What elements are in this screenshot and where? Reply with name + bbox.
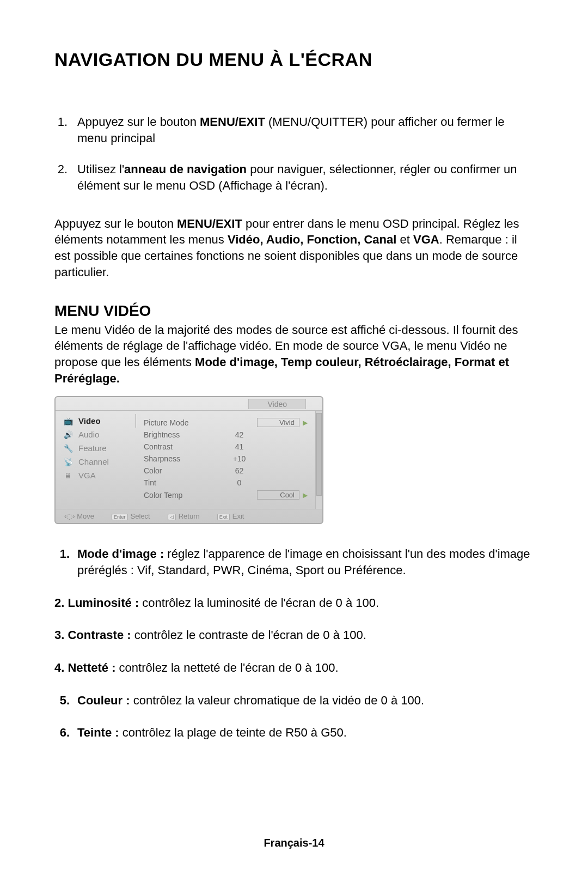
- document-page: NAVIGATION DU MENU À L'ÉCRAN 1. Appuyez …: [0, 0, 588, 882]
- osd-setting-label: Picture Mode: [144, 418, 215, 427]
- section-intro: Le menu Vidéo de la majorité des modes d…: [54, 322, 534, 387]
- osd-setting-row[interactable]: Color TempCool▶: [144, 489, 308, 501]
- definition-item: 2. Luminosité : contrôlez la luminosité …: [54, 595, 534, 611]
- osd-tab-channel[interactable]: 📡Channel: [56, 455, 136, 469]
- definition-text: Mode d'image : réglez l'apparence de l'i…: [77, 546, 534, 578]
- osd-tabs: 📺Video🔊Audio🔧Feature📡Channel🖥VGA: [56, 411, 136, 509]
- tv-icon: 📺: [63, 417, 73, 425]
- osd-tab-video[interactable]: 📺Video: [56, 414, 136, 428]
- osd-setting-value: 0: [215, 478, 264, 487]
- osd-setting-row[interactable]: Contrast41: [144, 441, 308, 453]
- definition-number: 6.: [54, 725, 70, 741]
- page-number: Français-14: [0, 837, 588, 849]
- osd-tab-label: Video: [78, 416, 101, 425]
- osd-hint-move: ‹◌› Move: [64, 512, 94, 520]
- osd-hint-return: ◁Return: [168, 512, 200, 520]
- osd-setting-value: 41: [215, 442, 264, 451]
- step-number: 2.: [54, 161, 68, 193]
- definition-item: 1.Mode d'image : réglez l'apparence de l…: [54, 546, 534, 578]
- osd-setting-value: 62: [215, 466, 264, 475]
- osd-setting-value: 42: [215, 430, 264, 439]
- osd-tab-vga[interactable]: 🖥VGA: [56, 469, 136, 482]
- osd-scrollbar[interactable]: [315, 411, 322, 509]
- osd-tab-feature[interactable]: 🔧Feature: [56, 441, 136, 455]
- definition-text: Teinte : contrôlez la plage de teinte de…: [77, 725, 534, 741]
- intro-step: 2. Utilisez l'anneau de navigation pour …: [54, 161, 534, 193]
- speaker-icon: 🔊: [63, 430, 73, 439]
- osd-hint-exit: ExitExit: [217, 512, 244, 520]
- osd-setting-value[interactable]: Cool: [257, 490, 299, 500]
- osd-setting-label: Tint: [144, 478, 215, 487]
- osd-setting-row[interactable]: Picture ModeVivid▶: [144, 416, 308, 429]
- definition-text: Couleur : contrôlez la valeur chromatiqu…: [77, 692, 534, 709]
- osd-screenshot: Video 📺Video🔊Audio🔧Feature📡Channel🖥VGA P…: [54, 396, 323, 524]
- intro-step: 1. Appuyez sur le bouton MENU/EXIT (MENU…: [54, 114, 534, 146]
- osd-setting-label: Brightness: [144, 430, 215, 439]
- osd-setting-label: Color: [144, 466, 215, 475]
- osd-setting-label: Sharpness: [144, 454, 215, 463]
- monitor-icon: 🖥: [63, 471, 73, 480]
- osd-breadcrumb: Video: [248, 399, 306, 409]
- definition-number: 5.: [54, 692, 70, 709]
- osd-setting-row[interactable]: Brightness42: [144, 429, 308, 441]
- osd-hint-select: EnterSelect: [112, 512, 150, 520]
- osd-footer: ‹◌› Move EnterSelect ◁Return ExitExit: [56, 509, 322, 523]
- osd-setting-value: +10: [215, 454, 264, 463]
- intro-steps: 1. Appuyez sur le bouton MENU/EXIT (MENU…: [54, 114, 534, 194]
- step-number: 1.: [54, 114, 68, 146]
- step-text: Utilisez l'anneau de navigation pour nav…: [77, 161, 534, 193]
- definition-item: 3. Contraste : contrôlez le contraste de…: [54, 627, 534, 643]
- definition-item: 5.Couleur : contrôlez la valeur chromati…: [54, 692, 534, 709]
- osd-scroll-thumb[interactable]: [316, 413, 322, 496]
- definition-item: 6.Teinte : contrôlez la plage de teinte …: [54, 725, 534, 741]
- osd-tab-label: VGA: [78, 471, 96, 480]
- dish-icon: 📡: [63, 458, 73, 466]
- step-text: Appuyez sur le bouton MENU/EXIT (MENU/QU…: [77, 114, 534, 146]
- osd-header: Video: [56, 397, 322, 411]
- osd-note: Appuyez sur le bouton MENU/EXIT pour ent…: [54, 216, 534, 281]
- definition-item: 4. Netteté : contrôlez la netteté de l'é…: [54, 660, 534, 676]
- page-title: NAVIGATION DU MENU À L'ÉCRAN: [54, 49, 534, 70]
- osd-tab-label: Feature: [78, 443, 107, 453]
- osd-setting-row[interactable]: Sharpness+10: [144, 453, 308, 465]
- osd-tab-audio[interactable]: 🔊Audio: [56, 428, 136, 441]
- chevron-right-icon: ▶: [303, 419, 308, 427]
- definition-number: 1.: [54, 546, 70, 578]
- osd-tab-label: Audio: [78, 430, 99, 439]
- osd-setting-label: Contrast: [144, 442, 215, 451]
- osd-settings: Picture ModeVivid▶Brightness42Contrast41…: [136, 411, 315, 509]
- chevron-right-icon: ▶: [303, 491, 308, 499]
- osd-setting-value[interactable]: Vivid: [257, 418, 299, 427]
- section-heading: MENU VIDÉO: [54, 302, 534, 320]
- osd-setting-row[interactable]: Color62: [144, 465, 308, 477]
- osd-setting-label: Color Temp: [144, 491, 215, 500]
- definitions-list: 1.Mode d'image : réglez l'apparence de l…: [54, 546, 534, 741]
- osd-setting-row[interactable]: Tint0: [144, 477, 308, 489]
- wrench-icon: 🔧: [63, 444, 73, 453]
- osd-tab-label: Channel: [78, 457, 109, 466]
